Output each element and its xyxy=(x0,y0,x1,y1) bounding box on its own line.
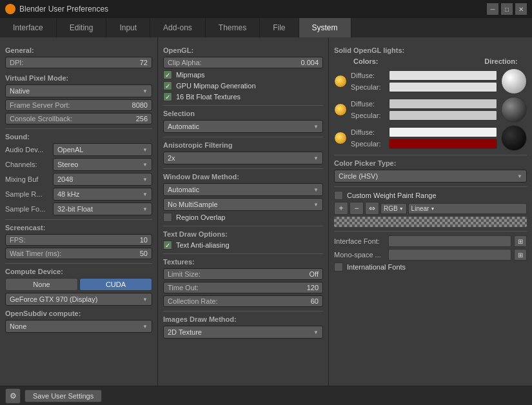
light-icon-1 xyxy=(334,75,347,88)
tab-themes[interactable]: Themes xyxy=(206,18,260,37)
color-picker-dropdown[interactable]: Circle (HSV) xyxy=(334,170,527,183)
interface-font-field[interactable] xyxy=(388,235,511,247)
time-out-field[interactable]: Time Out: 120 xyxy=(163,282,323,293)
tab-input[interactable]: Input xyxy=(106,18,150,37)
direction-ball-2[interactable] xyxy=(501,97,527,123)
screencast-label: Screencast: xyxy=(5,224,152,232)
mipmaps-checkbox[interactable] xyxy=(163,70,172,79)
solid-opengl-label: Solid OpenGL lights: xyxy=(334,46,527,54)
opensubdiv-label: OpenSubdiv compute: xyxy=(5,310,152,317)
no-multisample-dropdown[interactable]: No MultiSample xyxy=(163,198,323,211)
none-button[interactable]: None xyxy=(5,278,78,291)
diffuse-swatch-2[interactable] xyxy=(389,99,497,109)
divider1 xyxy=(5,128,152,129)
limit-size-field[interactable]: Limit Size: Off xyxy=(163,268,323,280)
close-button[interactable]: ✕ xyxy=(515,3,527,15)
minimize-button[interactable]: ─ xyxy=(487,3,498,15)
specular-label-1: Specular: xyxy=(351,83,386,91)
linear-dropdown[interactable]: Linear xyxy=(408,203,527,214)
gpu-mipmap-checkbox[interactable] xyxy=(163,81,172,90)
title-bar: Blender User Preferences ─ □ ✕ xyxy=(0,0,532,18)
specular-row-2: Specular: xyxy=(351,110,497,121)
specular-swatch-2[interactable] xyxy=(389,110,497,121)
dpi-row: DPI: 72 xyxy=(5,57,152,70)
wait-timer-field[interactable]: Wait Timer (ms): 50 xyxy=(5,248,152,259)
divider-m5 xyxy=(163,253,323,254)
specular-row-3: Specular: xyxy=(351,139,497,149)
virtual-pixel-dropdown[interactable]: Native xyxy=(5,84,152,97)
custom-weight-row: Custom Weight Paint Range xyxy=(334,191,527,200)
images-draw-label: Images Draw Method: xyxy=(163,315,323,323)
light-row-1: Diffuse: Specular: xyxy=(334,68,527,94)
window-title: Blender User Preferences xyxy=(19,5,108,14)
specular-row-1: Specular: xyxy=(351,82,497,92)
channels-row: Channels: Stereo xyxy=(5,158,152,171)
diffuse-row-2: Diffuse: xyxy=(351,99,497,109)
window-controls[interactable]: ─ □ ✕ xyxy=(487,3,527,15)
sample-r-dropdown[interactable]: 48 kHz xyxy=(53,188,152,201)
tab-system[interactable]: System xyxy=(299,18,351,37)
divider3 xyxy=(5,263,152,264)
maximize-button[interactable]: □ xyxy=(501,3,513,15)
compute-buttons: None CUDA xyxy=(5,278,152,291)
bottom-bar: ⚙ Save User Settings xyxy=(0,386,532,405)
clip-alpha-field[interactable]: Clip Alpha: 0.004 xyxy=(163,57,323,68)
tab-addons[interactable]: Add-ons xyxy=(150,18,206,37)
images-draw-dropdown[interactable]: 2D Texture xyxy=(163,326,323,339)
direction-ball-1[interactable] xyxy=(501,68,527,94)
settings-icon-btn[interactable]: ⚙ xyxy=(5,388,21,404)
mono-space-browse-btn[interactable]: ⊞ xyxy=(514,249,527,261)
float-textures-checkbox[interactable] xyxy=(163,92,172,101)
diffuse-swatch-1[interactable] xyxy=(389,70,497,81)
arrows-button[interactable]: ⇔ xyxy=(365,202,379,215)
plus-button[interactable]: + xyxy=(334,202,348,215)
divider-r3 xyxy=(334,231,527,232)
minus-button[interactable]: − xyxy=(350,202,364,215)
specular-swatch-1[interactable] xyxy=(389,82,497,92)
interface-font-row: Interface Font: ⊞ xyxy=(334,235,527,247)
sound-label: Sound: xyxy=(5,133,152,141)
mixing-buf-dropdown[interactable]: 2048 xyxy=(53,173,152,186)
fps-field[interactable]: FPS: 10 xyxy=(5,234,152,246)
save-user-settings-button[interactable]: Save User Settings xyxy=(25,390,102,402)
tab-interface[interactable]: Interface xyxy=(0,18,57,37)
region-overlap-checkbox[interactable] xyxy=(163,213,172,222)
divider-m4 xyxy=(163,226,323,226)
international-checkbox[interactable] xyxy=(334,262,343,272)
direction-ball-3[interactable] xyxy=(501,125,527,151)
text-antialias-checkbox[interactable] xyxy=(163,241,172,250)
light-icon-3 xyxy=(334,132,347,144)
specular-label-3: Specular: xyxy=(351,140,386,148)
window-draw-dropdown[interactable]: Automatic xyxy=(163,183,323,196)
textures-label: Textures: xyxy=(163,258,323,266)
rgb-dropdown[interactable]: RGB xyxy=(380,203,407,214)
tab-editing[interactable]: Editing xyxy=(57,18,107,37)
mono-space-field[interactable] xyxy=(388,249,511,261)
sample-fo-dropdown[interactable]: 32-bit Float xyxy=(53,202,152,215)
channels-dropdown[interactable]: Stereo xyxy=(53,158,152,171)
custom-weight-checkbox[interactable] xyxy=(334,191,343,200)
compute-label: Compute Device: xyxy=(5,268,152,275)
divider-r1 xyxy=(334,155,527,155)
light-icon-2 xyxy=(334,103,347,116)
diffuse-swatch-3[interactable] xyxy=(389,127,497,137)
divider-r2 xyxy=(334,186,527,187)
cuda-button[interactable]: CUDA xyxy=(79,278,152,291)
tab-file[interactable]: File xyxy=(260,18,299,37)
opengl-label: OpenGL: xyxy=(163,46,323,54)
console-scrollback-field[interactable]: Console Scrollback: 256 xyxy=(5,113,152,124)
opensubdiv-dropdown[interactable]: None xyxy=(5,320,152,333)
audio-dev-dropdown[interactable]: OpenAL xyxy=(53,143,152,156)
dpi-field[interactable]: DPI: 72 xyxy=(5,57,152,68)
audio-dev-row: Audio Dev... OpenAL xyxy=(5,143,152,156)
anisotropic-dropdown[interactable]: 2x xyxy=(163,152,323,164)
collection-rate-field[interactable]: Collection Rate: 60 xyxy=(163,295,323,307)
gpu-dropdown[interactable]: GeForce GTX 970 (Display) xyxy=(5,293,152,306)
diffuse-row-1: Diffuse: xyxy=(351,70,497,81)
specular-swatch-3[interactable] xyxy=(389,139,497,149)
interface-font-browse-btn[interactable]: ⊞ xyxy=(514,235,527,247)
frame-server-field[interactable]: Frame Server Port: 8080 xyxy=(5,99,152,111)
color-picker-label: Color Picker Type: xyxy=(334,159,527,167)
selection-dropdown[interactable]: Automatic xyxy=(163,120,323,133)
colors-header: Colors: xyxy=(353,57,379,65)
